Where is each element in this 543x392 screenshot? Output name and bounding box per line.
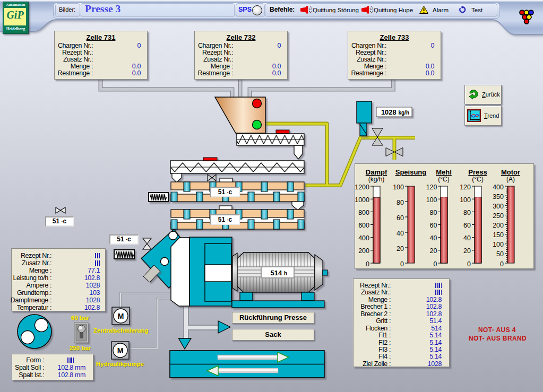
svg-text:1000: 1000: [355, 196, 369, 204]
svg-text:100: 100: [460, 196, 471, 204]
svg-text:600: 600: [358, 222, 369, 229]
svg-text:Dampf: Dampf: [366, 168, 387, 176]
svg-text:20: 20: [430, 247, 437, 255]
svg-text:(kg/h): (kg/h): [368, 176, 385, 183]
svg-text:Mehl: Mehl: [436, 168, 452, 176]
svg-text:0: 0: [500, 260, 504, 268]
svg-text:0: 0: [434, 260, 437, 268]
svg-text:100: 100: [426, 196, 437, 204]
svg-text:Press: Press: [468, 168, 487, 176]
svg-text:(A): (A): [506, 176, 515, 183]
svg-text:0: 0: [467, 260, 471, 268]
svg-text:1200: 1200: [355, 184, 369, 191]
svg-text:Speisung: Speisung: [395, 168, 427, 176]
svg-text:20: 20: [397, 245, 404, 252]
svg-text:Motor: Motor: [501, 168, 520, 176]
svg-text:150: 150: [493, 231, 504, 239]
svg-text:50: 50: [496, 250, 504, 258]
svg-text:0: 0: [366, 260, 369, 268]
svg-text:300: 300: [493, 203, 504, 210]
svg-text:200: 200: [493, 222, 504, 229]
svg-text:(°C): (°C): [438, 176, 449, 183]
svg-text:40: 40: [397, 230, 404, 237]
svg-text:200: 200: [358, 247, 369, 255]
svg-text:M: M: [118, 312, 124, 320]
svg-text:40: 40: [463, 234, 471, 242]
svg-text:800: 800: [358, 209, 369, 216]
svg-text:60: 60: [430, 222, 437, 229]
svg-text:1028 kg/h: 1028 kg/h: [381, 108, 409, 116]
svg-text:60: 60: [463, 222, 471, 229]
svg-text:80: 80: [430, 209, 437, 216]
svg-text:80: 80: [463, 209, 471, 216]
svg-text:60: 60: [397, 214, 404, 222]
svg-text:250: 250: [493, 212, 504, 220]
svg-text:350: 350: [493, 193, 504, 201]
svg-text:120: 120: [426, 184, 437, 191]
svg-text:400: 400: [358, 234, 369, 242]
svg-text:0: 0: [400, 260, 404, 268]
svg-text:100: 100: [493, 241, 504, 248]
svg-text:(°C): (°C): [472, 176, 483, 183]
svg-text:M: M: [117, 346, 124, 355]
svg-text:400: 400: [493, 184, 504, 191]
svg-text:80: 80: [397, 199, 404, 206]
svg-text:120: 120: [460, 184, 471, 191]
svg-text:514 h: 514 h: [271, 269, 287, 277]
svg-text:40: 40: [430, 234, 437, 242]
svg-text:20: 20: [463, 247, 471, 255]
svg-text:100: 100: [393, 184, 404, 191]
